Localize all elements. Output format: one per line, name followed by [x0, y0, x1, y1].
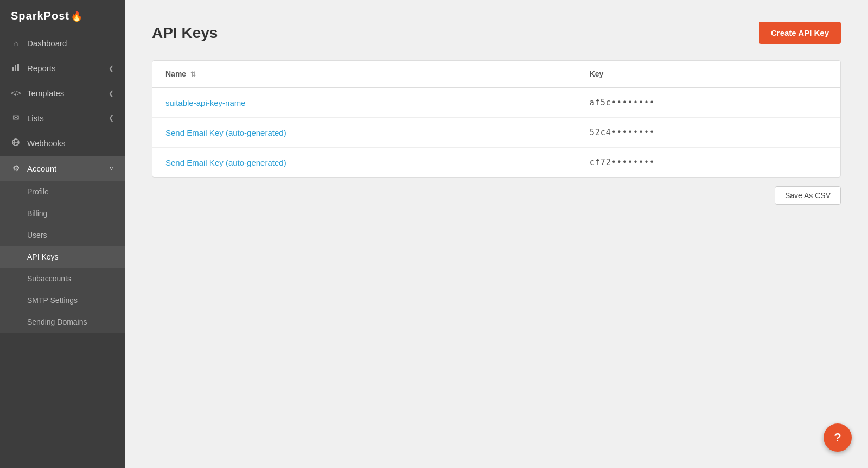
sidebar-item-users[interactable]: Users	[0, 224, 125, 246]
question-mark-icon: ?	[834, 431, 841, 445]
sidebar-item-api-keys[interactable]: API Keys	[0, 246, 125, 268]
submenu-item-label: Billing	[27, 209, 47, 218]
submenu-item-label: SMTP Settings	[27, 296, 78, 305]
sidebar-item-account[interactable]: ⚙ Account ∨	[0, 156, 125, 181]
chevron-left-icon: ❮	[108, 90, 114, 97]
table-row: suitable-api-key-nameaf5c••••••••	[152, 87, 840, 118]
sidebar-item-label: Dashboard	[27, 39, 114, 48]
table-row: Send Email Key (auto-generated)cf72•••••…	[152, 148, 840, 178]
save-csv-container: Save As CSV	[152, 186, 841, 205]
submenu-item-label: Profile	[27, 187, 49, 196]
sidebar-logo: SparkPost 🔥	[0, 0, 125, 31]
sidebar-item-reports[interactable]: Reports ❮	[0, 55, 125, 81]
sidebar-item-label: Reports	[27, 64, 108, 73]
templates-icon: </>	[11, 89, 21, 97]
column-name-label: Name	[165, 69, 186, 78]
key-name-link[interactable]: Send Email Key (auto-generated)	[165, 128, 286, 137]
sidebar-item-profile[interactable]: Profile	[0, 181, 125, 203]
column-header-name: Name ⇅	[152, 61, 577, 87]
sidebar-item-templates[interactable]: </> Templates ❮	[0, 81, 125, 105]
submenu-item-label: Users	[27, 231, 47, 239]
logo-text: SparkPost	[11, 10, 69, 22]
column-header-key: Key	[577, 61, 840, 87]
sidebar-item-lists[interactable]: ✉ Lists ❮	[0, 105, 125, 130]
chevron-left-icon: ❮	[108, 114, 114, 122]
sidebar-item-sending-domains[interactable]: Sending Domains	[0, 311, 125, 333]
sidebar-item-label: Templates	[27, 88, 108, 98]
lists-icon: ✉	[11, 113, 21, 123]
page-title: API Keys	[152, 24, 218, 42]
webhooks-icon	[11, 138, 21, 148]
svg-rect-0	[12, 67, 14, 71]
sidebar-item-label: Account	[27, 164, 109, 173]
table-header-row: Name ⇅ Key	[152, 61, 840, 87]
help-fab[interactable]: ?	[824, 423, 852, 452]
sidebar-item-billing[interactable]: Billing	[0, 203, 125, 224]
logo-flame: 🔥	[71, 10, 82, 22]
chevron-left-icon: ❮	[108, 65, 114, 72]
sidebar-item-dashboard[interactable]: ⌂ Dashboard	[0, 31, 125, 55]
key-value-cell: 52c4••••••••	[577, 118, 840, 148]
api-keys-table-body: suitable-api-key-nameaf5c••••••••Send Em…	[152, 87, 840, 177]
sidebar-item-webhooks[interactable]: Webhooks	[0, 130, 125, 156]
account-submenu: Profile Billing Users API Keys Subaccoun…	[0, 181, 125, 333]
home-icon: ⌂	[11, 39, 21, 48]
gear-icon: ⚙	[11, 163, 21, 173]
key-value-cell: af5c••••••••	[577, 87, 840, 118]
reports-icon	[11, 63, 21, 73]
save-csv-button[interactable]: Save As CSV	[775, 186, 841, 205]
sidebar-item-subaccounts[interactable]: Subaccounts	[0, 268, 125, 289]
sidebar-nav: ⌂ Dashboard Reports ❮ </> Templates ❮ ✉ …	[0, 31, 125, 468]
table-row: Send Email Key (auto-generated)52c4•••••…	[152, 118, 840, 148]
key-name-link[interactable]: suitable-api-key-name	[165, 98, 246, 107]
key-name-cell: Send Email Key (auto-generated)	[152, 148, 577, 178]
sidebar-item-label: Webhooks	[27, 138, 114, 148]
api-keys-table: Name ⇅ Key suitable-api-key-nameaf5c••••…	[152, 60, 841, 178]
create-api-key-button[interactable]: Create API Key	[759, 22, 841, 44]
submenu-item-label: API Keys	[27, 252, 59, 261]
sidebar-item-smtp-settings[interactable]: SMTP Settings	[0, 289, 125, 311]
key-name-cell: Send Email Key (auto-generated)	[152, 118, 577, 148]
svg-rect-1	[15, 65, 16, 71]
sidebar: SparkPost 🔥 ⌂ Dashboard Reports ❮ </> Te…	[0, 0, 125, 468]
key-name-cell: suitable-api-key-name	[152, 87, 577, 118]
api-keys-table-element: Name ⇅ Key suitable-api-key-nameaf5c••••…	[152, 61, 840, 177]
key-name-link[interactable]: Send Email Key (auto-generated)	[165, 158, 286, 167]
main-content: API Keys Create API Key Name ⇅ Key suita…	[125, 0, 868, 468]
submenu-item-label: Subaccounts	[27, 274, 71, 283]
page-header: API Keys Create API Key	[152, 22, 841, 44]
chevron-down-icon: ∨	[109, 165, 114, 172]
submenu-item-label: Sending Domains	[27, 318, 87, 326]
svg-rect-2	[17, 64, 19, 71]
sort-icon[interactable]: ⇅	[190, 71, 196, 78]
column-key-label: Key	[590, 69, 604, 78]
key-value-cell: cf72••••••••	[577, 148, 840, 178]
sidebar-item-label: Lists	[27, 113, 108, 123]
